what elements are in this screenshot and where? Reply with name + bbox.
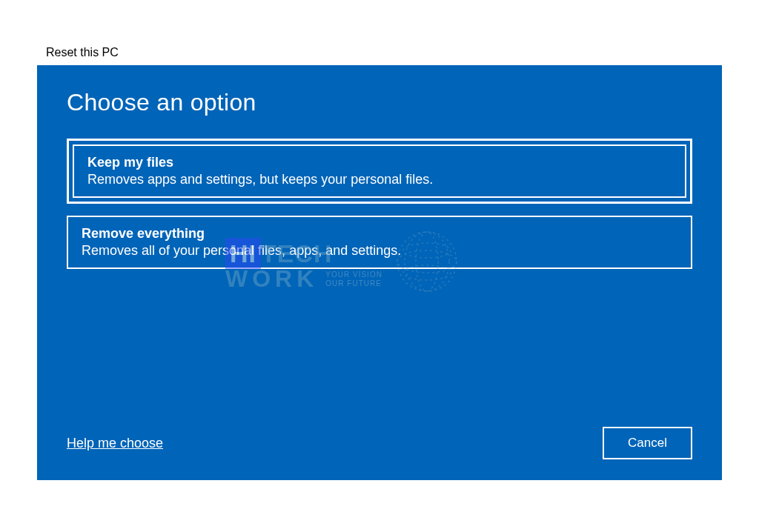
option-title: Keep my files [87,155,672,170]
option-remove-everything-container: Remove everything Removes all of your pe… [67,216,692,269]
option-keep-files-highlight: Keep my files Removes apps and settings,… [67,139,692,204]
option-keep-files[interactable]: Keep my files Removes apps and settings,… [73,144,686,198]
dialog-heading: Choose an option [67,89,692,116]
reset-dialog: Choose an option Keep my files Removes a… [37,65,722,480]
option-description: Removes all of your personal files, apps… [82,243,677,259]
option-description: Removes apps and settings, but keeps you… [87,172,672,187]
cancel-button[interactable]: Cancel [603,427,692,459]
option-remove-everything[interactable]: Remove everything Removes all of your pe… [67,216,692,269]
window-title: Reset this PC [46,46,119,59]
dialog-footer: Help me choose Cancel [67,427,692,459]
option-title: Remove everything [82,226,677,242]
help-link[interactable]: Help me choose [67,436,163,451]
